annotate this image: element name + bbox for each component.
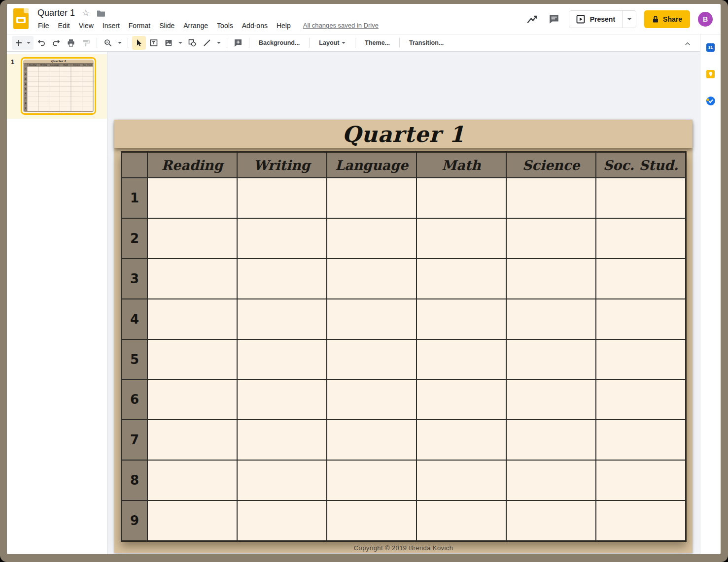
table-cell[interactable] — [595, 501, 685, 540]
table-cell[interactable] — [326, 340, 416, 379]
table-cell[interactable] — [147, 420, 237, 460]
table-cell[interactable] — [237, 219, 326, 258]
table-cell[interactable] — [506, 178, 595, 218]
table-cell[interactable] — [237, 299, 326, 339]
slides-logo-icon[interactable] — [13, 8, 29, 29]
share-button[interactable]: Share — [644, 10, 690, 28]
comment-history-icon[interactable] — [547, 12, 561, 26]
column-header-writing[interactable]: Writing — [237, 153, 326, 177]
row-label[interactable]: 4 — [122, 299, 147, 339]
column-header-reading[interactable]: Reading — [147, 153, 237, 177]
select-tool-button[interactable] — [132, 36, 146, 50]
table-cell[interactable] — [416, 259, 506, 298]
table-cell[interactable] — [416, 219, 506, 258]
menu-insert[interactable]: Insert — [98, 20, 124, 31]
table-cell[interactable] — [506, 501, 595, 540]
row-label[interactable]: 5 — [122, 340, 147, 379]
menu-slide[interactable]: Slide — [155, 20, 179, 31]
table-cell[interactable] — [506, 259, 595, 298]
row-label[interactable]: 2 — [122, 219, 147, 258]
table-cell[interactable] — [506, 219, 595, 258]
row-label[interactable]: 7 — [122, 420, 147, 460]
insert-shape-button[interactable] — [185, 36, 199, 50]
table-cell[interactable] — [326, 299, 416, 339]
table-cell[interactable] — [595, 219, 685, 258]
table-cell[interactable] — [147, 461, 237, 500]
column-header-math[interactable]: Math — [416, 153, 506, 177]
table-corner-cell[interactable] — [122, 153, 147, 177]
column-header-science[interactable]: Science — [506, 153, 595, 177]
table-cell[interactable] — [506, 299, 595, 339]
column-header-soc-stud[interactable]: Soc. Stud. — [595, 153, 685, 177]
slide-title[interactable]: Quarter 1 — [342, 122, 464, 147]
table-cell[interactable] — [595, 340, 685, 379]
table-cell[interactable] — [237, 501, 326, 540]
table-cell[interactable] — [416, 461, 506, 500]
activity-trend-icon[interactable] — [525, 12, 539, 26]
column-header-language[interactable]: Language — [326, 153, 416, 177]
table-cell[interactable] — [416, 420, 506, 460]
slide-canvas[interactable]: Quarter 1 Reading Writing Language Math … — [114, 120, 693, 553]
row-label[interactable]: 6 — [122, 380, 147, 419]
table-cell[interactable] — [237, 178, 326, 218]
table-cell[interactable] — [147, 501, 237, 540]
table-cell[interactable] — [147, 299, 237, 339]
table-cell[interactable] — [416, 299, 506, 339]
table-cell[interactable] — [326, 461, 416, 500]
undo-button[interactable] — [35, 36, 48, 50]
tasks-panel-button[interactable] — [706, 97, 715, 105]
line-dropdown[interactable] — [215, 36, 223, 50]
table-cell[interactable] — [506, 340, 595, 379]
slide-footer-copyright[interactable]: Copyright © 2019 Brenda Kovich — [114, 544, 693, 552]
account-avatar[interactable]: B — [698, 12, 713, 27]
table-cell[interactable] — [326, 219, 416, 258]
keep-panel-button[interactable] — [706, 70, 715, 78]
move-folder-icon[interactable] — [97, 9, 105, 19]
menu-arrange[interactable]: Arrange — [179, 20, 212, 31]
insert-image-button[interactable] — [162, 36, 175, 50]
table-cell[interactable] — [595, 299, 685, 339]
table-cell[interactable] — [147, 340, 237, 379]
table-cell[interactable] — [326, 178, 416, 218]
new-slide-button[interactable] — [13, 36, 25, 50]
table-cell[interactable] — [416, 340, 506, 379]
image-dropdown[interactable] — [176, 36, 184, 50]
table-cell[interactable] — [326, 380, 416, 419]
row-label[interactable]: 8 — [122, 461, 147, 500]
menu-edit[interactable]: Edit — [54, 20, 74, 31]
table-cell[interactable] — [506, 461, 595, 500]
table-cell[interactable] — [416, 380, 506, 419]
menu-addons[interactable]: Add-ons — [238, 20, 272, 31]
document-title[interactable]: Quarter 1 — [37, 8, 75, 18]
table-cell[interactable] — [237, 380, 326, 419]
table-cell[interactable] — [595, 259, 685, 298]
row-label[interactable]: 3 — [122, 259, 147, 298]
menu-view[interactable]: View — [74, 20, 98, 31]
saved-status-link[interactable]: All changes saved in Drive — [303, 20, 379, 31]
table-cell[interactable] — [595, 420, 685, 460]
table-cell[interactable] — [237, 259, 326, 298]
transition-button[interactable]: Transition... — [404, 36, 449, 50]
table-cell[interactable] — [147, 219, 237, 258]
row-label[interactable]: 1 — [122, 178, 147, 218]
table-cell[interactable] — [326, 420, 416, 460]
table-cell[interactable] — [326, 259, 416, 298]
table-cell[interactable] — [506, 380, 595, 419]
table-cell[interactable] — [416, 501, 506, 540]
menu-format[interactable]: Format — [124, 20, 155, 31]
collapse-toolbar-button[interactable] — [681, 37, 694, 50]
zoom-button[interactable] — [101, 36, 115, 50]
insert-comment-button[interactable] — [231, 36, 245, 50]
calendar-panel-button[interactable]: 31 — [706, 43, 715, 52]
print-button[interactable] — [64, 36, 78, 50]
paint-format-button[interactable] — [79, 36, 93, 50]
table-cell[interactable] — [237, 340, 326, 379]
star-icon[interactable]: ☆ — [82, 7, 90, 18]
text-box-button[interactable] — [147, 36, 161, 50]
present-button[interactable]: Present — [569, 11, 622, 28]
table-cell[interactable] — [147, 178, 237, 218]
menu-file[interactable]: File — [34, 20, 54, 31]
slide-thumbnail[interactable]: Quarter 1 ReadingWritingLanguageMathScie… — [21, 57, 96, 115]
table-cell[interactable] — [237, 420, 326, 460]
row-label[interactable]: 9 — [122, 501, 147, 540]
